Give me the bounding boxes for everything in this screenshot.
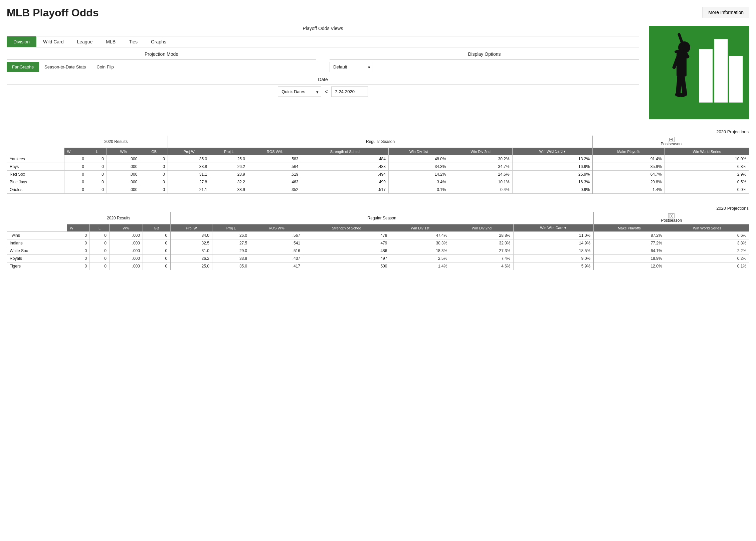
strength: .479 [303, 239, 390, 247]
wins: 0 [67, 255, 90, 262]
ros-wpct: .463 [248, 178, 301, 186]
proj-w: 31.0 [170, 247, 212, 255]
win-ws: 0.1% [665, 262, 749, 270]
ros-wpct: .541 [250, 239, 303, 247]
win-div1: 30.3% [390, 239, 450, 247]
gb: 0 [143, 247, 170, 255]
date-input[interactable] [331, 86, 368, 97]
wins: 0 [67, 247, 90, 255]
mode-coin-flip[interactable]: Coin Flip [91, 62, 119, 72]
ros-wpct: .352 [248, 186, 301, 194]
proj-w: 33.8 [168, 163, 210, 171]
losses: 0 [87, 163, 107, 171]
strength: .499 [301, 178, 388, 186]
strength: .484 [301, 155, 388, 163]
quick-dates-wrapper: Quick Dates [278, 86, 321, 97]
col-win-div1: Win Div 1st [390, 224, 450, 232]
win-div2: 28.8% [450, 232, 513, 239]
col-proj-w: Proj W [170, 224, 212, 232]
tab-mlb[interactable]: MLB [99, 36, 122, 47]
table-row: Yankees 0 0 .000 0 35.0 25.0 .583 .484 4… [7, 155, 749, 163]
make-playoffs: 29.8% [593, 178, 665, 186]
team-name: Rays [7, 163, 64, 171]
losses: 0 [87, 171, 107, 178]
display-options-select[interactable]: Default [330, 62, 373, 72]
win-ws: 2.9% [665, 171, 749, 178]
win-wc: 18.5% [513, 247, 593, 255]
table-row: Tigers 0 0 .000 0 25.0 35.0 .417 .500 1.… [7, 262, 749, 270]
col-ros-wpct: ROS W% [250, 224, 303, 232]
quick-dates-select[interactable]: Quick Dates [278, 86, 321, 97]
make-playoffs: 64.7% [593, 171, 665, 178]
team-name: Twins [7, 232, 67, 239]
gb: 0 [143, 262, 170, 270]
wpct: .000 [107, 155, 140, 163]
proj-w: 26.2 [170, 255, 212, 262]
team-name: Orioles [7, 186, 64, 194]
losses: 0 [90, 255, 110, 262]
al-east-regular-season-header: Regular Season [168, 136, 593, 148]
win-div2: 30.2% [449, 155, 512, 163]
mode-fangraphs[interactable]: FanGraphs [7, 62, 39, 72]
strength: .486 [303, 247, 390, 255]
proj-w: 27.8 [168, 178, 210, 186]
al-east-table: AL East 2020 Results Regular Season [+] … [7, 136, 749, 194]
win-ws: 6.8% [665, 163, 749, 171]
al-east-group-header: AL East 2020 Results Regular Season [+] … [7, 136, 749, 148]
team-name: Royals [7, 255, 67, 262]
win-div2: 0.4% [449, 186, 512, 194]
date-prev-button[interactable]: < [325, 89, 328, 95]
col-win-wc: Win Wild Card ▾ [512, 148, 593, 155]
col-strength: Strength of Sched [303, 224, 390, 232]
win-div1: 14.2% [388, 171, 449, 178]
win-wc: 13.2% [512, 155, 593, 163]
losses: 0 [90, 239, 110, 247]
proj-w: 34.0 [170, 232, 212, 239]
win-wc: 16.9% [512, 163, 593, 171]
ros-wpct: .437 [250, 255, 303, 262]
tab-division[interactable]: Division [7, 36, 36, 47]
ros-wpct: .567 [250, 232, 303, 239]
proj-l: 32.2 [210, 178, 248, 186]
hero-svg [652, 29, 746, 116]
wpct: .000 [109, 247, 143, 255]
wins: 0 [67, 262, 90, 270]
proj-l: 35.0 [212, 262, 250, 270]
col-proj-l: Proj L [210, 148, 248, 155]
losses: 0 [87, 155, 107, 163]
win-div1: 48.0% [388, 155, 449, 163]
win-wc: 5.9% [513, 262, 593, 270]
col-w: W [64, 148, 87, 155]
tab-league[interactable]: League [70, 36, 99, 47]
wins: 0 [67, 239, 90, 247]
col-wpct: W% [109, 224, 143, 232]
win-wc: 9.0% [513, 255, 593, 262]
col-gb: GB [140, 148, 168, 155]
win-ws: 0.0% [665, 186, 749, 194]
ros-wpct: .516 [250, 247, 303, 255]
al-central-group-header: AL Central 2020 Results Regular Season [… [7, 212, 749, 224]
proj-w: 31.1 [168, 171, 210, 178]
wpct: .000 [109, 262, 143, 270]
win-div2: 32.0% [450, 239, 513, 247]
col-l: L [90, 224, 110, 232]
losses: 0 [90, 232, 110, 239]
strength: .483 [301, 163, 388, 171]
al-central-table: AL Central 2020 Results Regular Season [… [7, 212, 749, 270]
views-label: Playoff Odds Views [7, 26, 639, 31]
win-div1: 1.4% [390, 262, 450, 270]
more-info-button[interactable]: More Information [703, 7, 749, 18]
proj-l: 26.2 [210, 163, 248, 171]
make-playoffs: 91.4% [593, 155, 665, 163]
wins: 0 [64, 155, 87, 163]
gb: 0 [140, 155, 168, 163]
tab-ties[interactable]: Ties [122, 36, 144, 47]
svg-rect-0 [699, 49, 713, 103]
table-row: Blue Jays 0 0 .000 0 27.8 32.2 .463 .499… [7, 178, 749, 186]
tab-wildcard[interactable]: Wild Card [36, 36, 70, 47]
mode-season-stats[interactable]: Season-to-Date Stats [39, 62, 91, 72]
win-div1: 2.5% [390, 255, 450, 262]
svg-rect-2 [729, 56, 743, 103]
proj-l: 33.8 [212, 255, 250, 262]
tab-graphs[interactable]: Graphs [144, 36, 173, 47]
